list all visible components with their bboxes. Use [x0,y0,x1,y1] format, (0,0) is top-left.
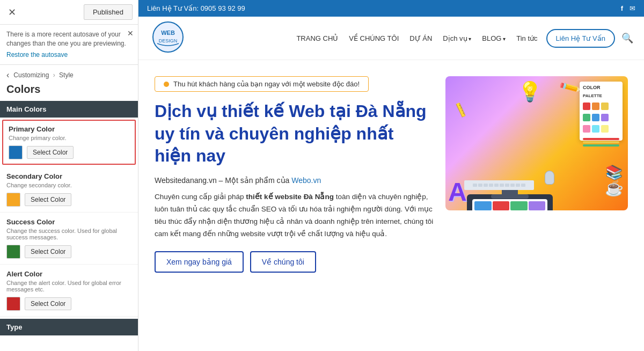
autosave-text: There is a more recent autosave of your … [6,31,126,47]
svg-text:DESIGN: DESIGN [159,38,178,43]
subtitle-link[interactable]: Webo.vn [291,176,321,185]
primary-color-desc: Change primary color. [9,135,129,141]
breadcrumb-path-2: Style [59,71,74,79]
keyboard [464,180,534,190]
subtitle-plain: Websitedanang.vn – Một sản phẩm của [155,176,291,185]
section-title: Colors [0,82,138,101]
secondary-select-color-button[interactable]: Select Color [25,193,71,206]
primary-color-item: Primary Color Change primary color. Sele… [2,120,136,165]
published-button[interactable]: Published [84,4,133,20]
mail-icon[interactable]: ✉ [630,4,635,12]
primary-color-title: Primary Color [9,125,129,133]
back-button[interactable]: ‹ [6,70,9,80]
success-color-desc: Change the success color. Used for globa… [6,228,131,240]
social-icons: f ✉ [621,4,635,12]
logo-svg: WEB DESIGN [149,21,187,53]
pencil-icon: ✏️ [558,76,583,100]
restore-autosave-link[interactable]: Restore the autosave [6,50,131,60]
secondary-color-controls: Select Color [6,193,131,207]
monitor-screen [472,199,547,210]
about-us-button[interactable]: Về chúng tôi [250,251,316,273]
nav-trang-chu[interactable]: TRANG CHỦ [296,34,338,42]
palette-card: COLOR PALETTE [580,82,623,141]
secondary-color-item: Secondary Color Change secondary color. … [0,167,138,213]
nav-blog[interactable]: BLOG [482,34,506,42]
breadcrumb-sep: › [53,71,55,79]
search-icon[interactable]: 🔍 [621,32,633,44]
badge-dot [164,82,169,87]
hero-section: Thu hút khách hàng của bạn ngay với một … [138,60,644,283]
nav-dich-vu[interactable]: Dịch vụ [443,34,471,42]
big-letter-a: A [448,179,467,205]
badge-text: Thu hút khách hàng của bạn ngay với một … [173,80,360,88]
nav-tin-tuc[interactable]: Tin tức [516,34,537,42]
consult-button[interactable]: Liên Hệ Tư Vấn [546,29,615,48]
close-notice-button[interactable]: ✕ [127,29,134,38]
secondary-color-desc: Change secondary color. [6,182,131,188]
hero-body: Chuyên cung cấp giải pháp thiết kế websi… [155,191,435,240]
hero-title: Dịch vụ thiết kế Web tại Đà Nẵng uy tín … [155,100,435,167]
nav-du-an[interactable]: DỰ ÁN [409,34,432,42]
monitor-base [491,194,529,199]
info-bar: Liên Hệ Tư Vấn: 0905 93 92 99 f ✉ [138,0,644,17]
hero-badge: Thu hút khách hàng của bạn ngay với một … [155,76,369,92]
hero-image: 💡 ✏️ COLOR PALETTE [445,76,628,210]
type-header: Type [0,319,138,335]
site-logo: WEB DESIGN [149,21,187,55]
facebook-icon[interactable]: f [621,4,623,12]
alert-color-item: Alert Color Change the alert color. Used… [0,265,138,317]
alert-color-title: Alert Color [6,270,131,278]
alert-color-controls: Select Color [6,297,131,311]
nav-ve-chung-toi[interactable]: VỀ CHÚNG TÔI [349,34,399,42]
back-icon: ‹ [6,70,9,79]
success-color-title: Success Color [6,218,131,226]
phone-text: Liên Hệ Tư Vấn: 0905 93 92 99 [147,4,245,12]
close-icon: ✕ [8,6,16,18]
primary-color-swatch[interactable] [9,145,23,159]
site-nav: WEB DESIGN TRANG CHỦ VỀ CHÚNG TÔI DỰ ÁN … [138,17,644,60]
hero-subtitle: Websitedanang.vn – Một sản phẩm của Webo… [155,176,435,185]
hero-illustration: 💡 ✏️ COLOR PALETTE [445,76,628,210]
autosave-notice: ✕ There is a more recent autosave of you… [0,25,138,65]
hero-buttons: Xem ngay bảng giá Về chúng tôi [155,251,435,273]
top-bar: ✕ Published [0,0,138,25]
customizer-panel: ✕ Published ✕ There is a more recent aut… [0,0,138,351]
breadcrumb-text: Customizing › Style [13,71,73,79]
site-preview: Liên Hệ Tư Vấn: 0905 93 92 99 f ✉ WEB DE… [138,0,644,351]
alert-select-color-button[interactable]: Select Color [25,297,71,310]
main-colors-header: Main Colors [0,101,138,118]
book-icon: 📚 [605,164,623,181]
success-select-color-button[interactable]: Select Color [25,245,71,258]
secondary-color-swatch[interactable] [6,193,20,207]
primary-select-color-button[interactable]: Select Color [27,146,74,159]
svg-text:WEB: WEB [161,30,175,36]
breadcrumb-path-1: Customizing [13,71,49,79]
nav-links: TRANG CHỦ VỀ CHÚNG TÔI DỰ ÁN Dịch vụ BLO… [296,34,537,42]
mouse [545,171,554,185]
success-color-item: Success Color Change the success color. … [0,213,138,265]
ruler-icon: 📏 [451,101,470,119]
alert-color-swatch[interactable] [6,297,20,311]
primary-color-controls: Select Color [9,145,129,159]
success-color-swatch[interactable] [6,245,20,259]
breadcrumb: ‹ Customizing › Style [0,65,138,82]
success-color-controls: Select Color [6,245,131,259]
cup-icon: ☕ [605,179,624,197]
secondary-color-title: Secondary Color [6,172,131,180]
colors-content: Main Colors Primary Color Change primary… [0,101,138,351]
alert-color-desc: Change the alert color. Used for global … [6,280,131,292]
svg-point-0 [153,22,183,52]
view-pricing-button[interactable]: Xem ngay bảng giá [155,251,244,273]
close-button[interactable]: ✕ [5,6,18,19]
hero-content: Thu hút khách hàng của bạn ngay với một … [155,76,435,273]
bulb-icon: 💡 [518,81,542,103]
